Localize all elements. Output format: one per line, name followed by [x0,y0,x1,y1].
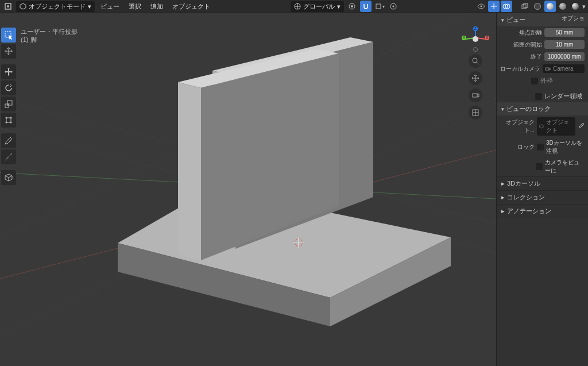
menu-add[interactable]: 追加 [147,1,167,12]
menu-object[interactable]: オブジェクト [169,1,214,12]
section-view-label: ビュー [506,16,525,24]
clip-start-label: 範囲の開始 [500,41,542,49]
tool-transform[interactable] [1,113,16,128]
svg-rect-42 [473,94,477,97]
lock-3dcursor-checkbox[interactable] [537,144,544,151]
proportional-edit-button[interactable] [388,1,399,12]
globe-icon [294,3,301,10]
lock-camera-checkbox[interactable] [536,163,543,170]
chevron-down-icon[interactable]: ▾ [582,3,586,10]
snap-target-button[interactable]: ▾ [374,1,385,12]
axis-x-handle[interactable]: X [485,36,489,40]
snap-toggle[interactable] [360,1,372,12]
visibility-button[interactable] [475,1,487,12]
local-camera-field[interactable]: Camera [543,64,585,73]
camera-view-button[interactable] [469,88,482,102]
shading-wireframe[interactable] [532,1,543,12]
lock-object-field[interactable]: オブジェクト [537,117,575,136]
active-object-label: (1) 脚 [21,36,78,44]
svg-marker-26 [178,82,201,260]
projection-label: ユーザー・平行投影 [21,28,78,36]
tool-annotate[interactable] [1,133,16,148]
focal-length-field[interactable]: 50 mm [544,28,585,37]
section-view-lock[interactable]: ▾ ビューのロック [497,102,588,115]
viewport-canvas [0,13,496,366]
tool-scale[interactable] [1,97,16,111]
lock-label: ロック [500,143,535,151]
svg-point-1 [7,5,9,7]
svg-rect-5 [376,4,381,9]
menu-select[interactable]: 選択 [125,1,145,12]
clip-end-field[interactable]: 1000000 mm [544,52,585,61]
gizmo-toggle[interactable] [488,1,500,12]
chevron-right-icon: ▸ [501,207,505,215]
cube-icon [539,124,544,129]
lock-3dcursor-label: 3Dカーソルを注視 [546,139,585,155]
chevron-right-icon: ▸ [501,180,505,187]
chevron-down-icon: ▾ [337,3,341,10]
clip-start-field[interactable]: 10 mm [544,40,585,49]
svg-rect-35 [6,118,11,122]
object-to-label: オブジェクト... [500,118,535,134]
svg-point-39 [10,122,12,124]
cube-icon [20,3,26,10]
svg-point-3 [351,5,353,7]
tool-select-box[interactable] [1,28,16,43]
render-region-checkbox[interactable] [535,93,542,100]
perspective-toggle-button[interactable] [469,106,482,120]
svg-point-8 [481,6,482,7]
n-panel: ▾ ビュー 焦点距離 50 mm 範囲の開始 10 mm 終了 1000000 … [496,13,588,366]
shading-material[interactable] [557,1,568,12]
axis-y-handle[interactable]: Y [462,36,466,40]
pivot-button[interactable] [346,1,358,12]
svg-point-38 [6,122,7,124]
section-3d-cursor[interactable]: ▸ 3Dカーソル [497,176,588,190]
camera-icon [545,66,551,72]
orientation-label: グローバル [303,2,335,11]
outer-frame-label: 外枠 [540,76,553,85]
svg-rect-46 [546,68,549,70]
focal-length-label: 焦点距離 [500,29,542,37]
xray-toggle[interactable] [519,1,531,12]
zoom-button[interactable] [469,54,482,68]
section-annotation[interactable]: ▸ アノテーション [497,204,588,218]
orientation-selector[interactable]: グローバル ▾ [291,1,344,12]
eyedropper-icon[interactable] [578,122,585,130]
mode-selector[interactable]: オブジェクトモード ▾ [16,1,95,12]
tool-add-primitive[interactable] [1,170,16,185]
render-region-label: レンダー領域 [544,92,582,101]
axis-z-handle[interactable]: Z [473,26,478,31]
tool-rotate[interactable] [1,80,16,95]
shading-solid[interactable] [544,1,556,12]
section-collection[interactable]: ▸ コレクション [497,190,588,204]
shading-rendered[interactable] [570,1,581,12]
overlay-toggle[interactable] [501,1,512,12]
chevron-right-icon: ▸ [501,194,505,201]
left-toolbar [1,28,17,185]
options-tab[interactable]: オプショ [558,13,588,24]
svg-line-41 [477,62,479,64]
axis-neg-handle[interactable] [473,47,478,52]
top-header: オブジェクトモード ▾ ビュー 選択 追加 オブジェクト グローバル ▾ ▾ ▾ [0,0,588,13]
navigation-gizmo[interactable]: Z Y X [464,28,487,51]
view-lock-label: ビューのロック [506,105,551,113]
local-camera-label: ローカルカメラ [500,65,540,73]
clip-end-label: 終了 [500,53,542,61]
mode-label: オブジェクトモード [29,2,86,11]
svg-point-37 [10,117,12,119]
header-overlay-icons: ▾ [475,1,586,12]
chevron-down-icon: ▾ [88,3,91,10]
svg-point-36 [6,117,7,119]
chevron-down-icon: ▾ [501,106,504,112]
viewport-gizmos: Z Y X [464,28,487,120]
outer-frame-checkbox[interactable] [531,78,538,84]
chevron-down-icon: ▾ [501,17,504,23]
svg-point-7 [392,6,394,7]
editor-type-button[interactable] [2,1,14,12]
tool-cursor[interactable] [1,44,16,59]
tool-move[interactable] [1,64,16,79]
tool-measure[interactable] [1,149,16,164]
3d-viewport[interactable] [0,13,496,366]
pan-button[interactable] [469,71,482,85]
menu-view[interactable]: ビュー [97,1,123,12]
